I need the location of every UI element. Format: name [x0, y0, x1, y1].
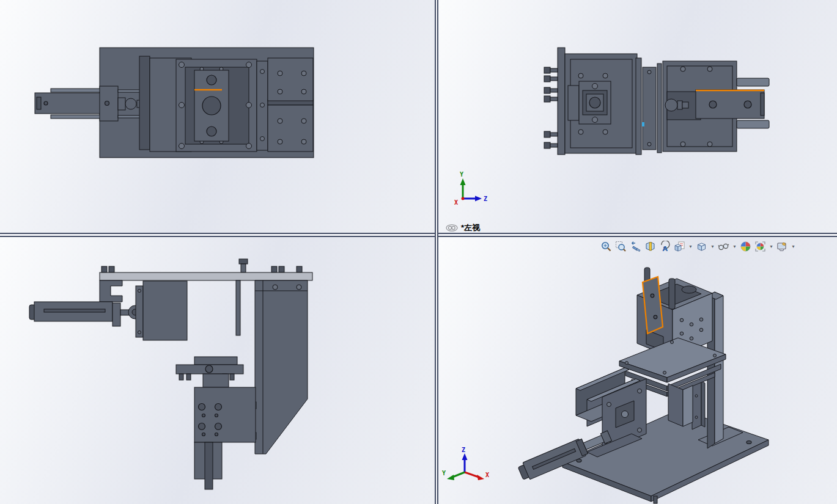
edit-appearance-icon[interactable] — [739, 240, 752, 253]
axis-label-z: Z — [462, 447, 465, 453]
bolts — [544, 67, 558, 148]
dropdown-arrow-icon[interactable]: ▾ — [791, 240, 796, 253]
display-style-icon[interactable] — [695, 240, 708, 253]
hide-show-items-icon[interactable] — [717, 240, 730, 253]
left-view-drawing[interactable]: Y Z X — [438, 0, 837, 233]
support-plate-gusset[interactable] — [253, 280, 308, 454]
motor-block[interactable] — [136, 281, 187, 340]
right-mount-plates[interactable] — [257, 58, 313, 152]
axis-label-y: Y — [460, 171, 463, 178]
lower-block[interactable] — [194, 387, 256, 489]
link-icon — [446, 224, 458, 232]
viewport-isometric-view[interactable]: Z X Y A ▾ — [438, 237, 837, 504]
center-column[interactable] — [668, 384, 693, 426]
cylinder-actuator[interactable] — [35, 86, 152, 121]
previous-view-icon[interactable] — [629, 240, 642, 253]
moving-plate[interactable] — [194, 70, 229, 141]
back-mount-plate[interactable] — [544, 48, 565, 155]
axis-label-x: X — [454, 199, 458, 206]
slide-table-assembly[interactable] — [176, 357, 243, 387]
axis-label-y: Y — [442, 470, 446, 477]
bearing-block[interactable] — [568, 81, 611, 124]
heads-up-view-toolbar: A ▾ ▾ ▾ ▾ ▾ — [600, 240, 796, 253]
top-view-drawing[interactable] — [0, 0, 435, 233]
annotation-views-icon[interactable]: A — [658, 240, 671, 253]
dropdown-arrow-icon[interactable]: ▾ — [710, 240, 715, 253]
zoom-to-area-icon[interactable] — [614, 240, 627, 253]
apply-scene-icon[interactable] — [754, 240, 767, 253]
reference-triad: Y Z X — [454, 171, 487, 206]
plate-stack[interactable] — [636, 58, 662, 155]
viewport-top-left[interactable] — [0, 0, 435, 233]
section-view-icon[interactable] — [644, 240, 657, 253]
isometric-view-drawing[interactable]: Z X Y — [438, 237, 837, 504]
small-standing-plate[interactable] — [692, 381, 705, 429]
reference-triad: Z X Y — [442, 447, 489, 480]
dropdown-arrow-icon[interactable]: ▾ — [769, 240, 774, 253]
top-mount-plate[interactable] — [100, 259, 312, 280]
selected-plate[interactable] — [696, 90, 764, 119]
viewport-label-text: *左视 — [461, 222, 480, 233]
svg-text:A: A — [663, 245, 668, 253]
guide-rod[interactable] — [236, 280, 240, 335]
hanging-bracket[interactable] — [100, 280, 122, 302]
viewport-left-view[interactable]: Y Z X *左视 — [438, 0, 837, 233]
front-view-drawing[interactable] — [0, 237, 435, 504]
view-orientation-icon[interactable] — [673, 240, 686, 253]
axis-label-z: Z — [484, 195, 487, 202]
zoom-to-fit-icon[interactable] — [600, 240, 613, 253]
viewport-label: *左视 — [446, 222, 480, 233]
view-settings-icon[interactable] — [776, 240, 789, 253]
cylinder-actuator[interactable] — [29, 302, 142, 326]
dropdown-arrow-icon[interactable]: ▾ — [732, 240, 737, 253]
viewport-bottom-left[interactable] — [0, 237, 435, 504]
viewport-splitter-horizontal[interactable] — [0, 233, 837, 237]
graphics-area: Y Z X *左视 — [0, 0, 837, 504]
dropdown-arrow-icon[interactable]: ▾ — [688, 240, 693, 253]
viewport-splitter-vertical[interactable] — [435, 0, 438, 504]
axis-label-x: X — [485, 472, 489, 478]
